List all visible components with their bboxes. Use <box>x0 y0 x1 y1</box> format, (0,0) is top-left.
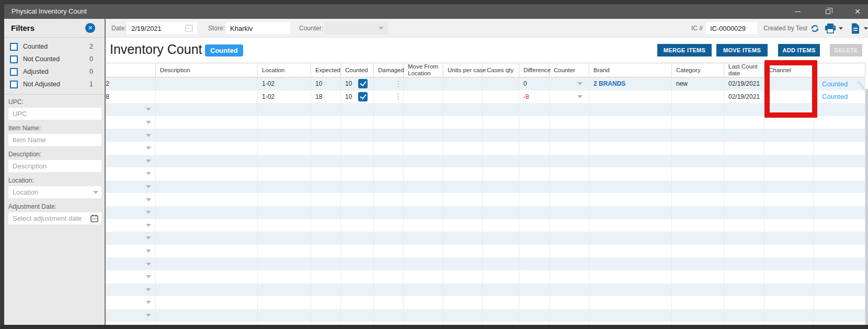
cell-brand <box>589 206 672 219</box>
print-options-caret-icon[interactable] <box>839 27 843 30</box>
chevron-down-icon[interactable] <box>146 108 151 111</box>
location-select[interactable] <box>8 186 101 198</box>
table-empty-row[interactable] <box>84 257 865 270</box>
column-header-damaged[interactable]: Damaged <box>374 63 404 77</box>
minimize-button[interactable] <box>785 4 809 19</box>
table-empty-row[interactable] <box>84 180 865 194</box>
table-empty-row[interactable] <box>84 193 865 206</box>
chevron-down-icon[interactable] <box>146 160 151 163</box>
filter-checkbox-counted[interactable]: Counted 2 <box>4 42 105 53</box>
checkbox-icon[interactable] <box>10 68 18 76</box>
ic-number-input[interactable] <box>706 22 757 35</box>
refresh-icon[interactable] <box>810 23 820 33</box>
column-header-brand[interactable]: Brand <box>589 63 672 77</box>
merge-items-button[interactable]: MERGE ITEMS <box>657 44 712 56</box>
brand-link[interactable]: 2 BRANDS <box>593 80 625 87</box>
table-empty-row[interactable] <box>84 283 865 297</box>
cell-status <box>814 180 865 194</box>
column-header-location[interactable]: Location <box>258 63 311 77</box>
cell-units <box>443 193 483 206</box>
column-header-status[interactable] <box>814 63 865 77</box>
column-header-units[interactable]: Units per case <box>443 63 483 77</box>
print-icon[interactable] <box>825 23 836 33</box>
cell-counted <box>341 167 374 180</box>
checkbox-icon[interactable] <box>10 43 18 51</box>
table-row[interactable]: 3081-021810-802/19/2021Counted <box>84 90 865 104</box>
cell-lastcount <box>724 129 764 142</box>
chevron-down-icon[interactable] <box>146 249 151 253</box>
table-empty-row[interactable] <box>84 206 865 219</box>
move-items-button[interactable]: MOVE ITEMS <box>716 44 768 56</box>
chevron-down-icon[interactable] <box>146 134 151 137</box>
table-empty-row[interactable] <box>84 129 865 142</box>
table-empty-row[interactable] <box>84 270 865 283</box>
chevron-down-icon[interactable] <box>146 224 151 227</box>
cell-damaged <box>374 296 404 309</box>
cell-channel <box>764 245 814 258</box>
chevron-down-icon[interactable] <box>146 288 151 291</box>
filter-checkbox-not-counted[interactable]: Not Counted 0 <box>4 54 105 66</box>
row-status-link[interactable]: Counted <box>822 93 848 100</box>
counted-checkbox[interactable] <box>358 79 368 88</box>
add-items-button[interactable]: ADD ITEMS <box>778 44 820 56</box>
cell-units <box>443 283 483 297</box>
column-header-category[interactable]: Category <box>672 63 724 77</box>
chevron-down-icon[interactable] <box>146 314 151 317</box>
table-empty-row[interactable] <box>84 116 865 129</box>
table-row[interactable]: 0021-02101002 BRANDSnew02/19/2021Counted <box>84 77 865 90</box>
table-empty-row[interactable] <box>84 219 865 232</box>
chevron-down-icon[interactable] <box>146 172 151 175</box>
upc-input[interactable] <box>8 108 101 120</box>
column-header-movefrom[interactable]: Move From Location <box>404 63 443 77</box>
filter-checkbox-not-adjusted[interactable]: Not Adjusted 1 <box>4 80 105 91</box>
column-header-counted[interactable]: Counted <box>341 63 374 77</box>
store-input[interactable] <box>226 22 290 35</box>
column-header-expected[interactable]: Expected <box>311 63 341 77</box>
table-empty-row[interactable] <box>84 245 865 258</box>
chevron-down-icon[interactable] <box>146 198 151 201</box>
table-empty-row[interactable] <box>84 309 865 322</box>
chevron-down-icon[interactable] <box>146 263 151 266</box>
adjustment-date-input[interactable] <box>8 212 101 224</box>
row-status-link[interactable]: Counted <box>822 80 848 88</box>
description-input[interactable] <box>8 160 101 172</box>
chevron-down-icon[interactable] <box>146 146 151 150</box>
maximize-button[interactable] <box>816 4 840 19</box>
column-header-difference[interactable]: Difference <box>519 63 550 77</box>
column-header-description[interactable]: Description <box>156 63 258 77</box>
item-name-input[interactable] <box>8 134 101 146</box>
chevron-down-icon[interactable] <box>146 301 151 304</box>
filter-checkbox-adjusted[interactable]: Adjusted 0 <box>4 67 105 78</box>
counted-checkbox[interactable] <box>358 92 368 101</box>
table-empty-row[interactable] <box>84 167 865 180</box>
table-empty-row[interactable] <box>84 232 865 245</box>
table-empty-row[interactable] <box>84 103 865 116</box>
column-header-counter[interactable]: Counter <box>550 63 589 77</box>
checkbox-icon[interactable] <box>10 81 18 88</box>
chevron-down-icon[interactable] <box>577 95 583 98</box>
table-empty-row[interactable] <box>84 155 865 168</box>
table-empty-row[interactable] <box>84 296 865 309</box>
chevron-down-icon[interactable] <box>146 121 151 124</box>
table-empty-row[interactable] <box>84 142 865 155</box>
row-menu-icon[interactable] <box>397 93 399 100</box>
export-document-icon[interactable] <box>851 23 860 33</box>
close-filters-icon[interactable]: ✕ <box>85 23 95 33</box>
cell-units <box>443 129 483 142</box>
column-header-lastcount[interactable]: Last Count date <box>724 63 764 77</box>
export-options-caret-icon[interactable] <box>864 27 868 30</box>
column-header-cases[interactable]: Cases qty <box>483 63 519 77</box>
chevron-down-icon[interactable] <box>146 236 151 240</box>
cell-expected <box>311 283 341 297</box>
cell-lastcount <box>724 283 764 297</box>
checkbox-icon[interactable] <box>10 55 18 63</box>
counter-dropdown[interactable] <box>324 22 388 35</box>
row-menu-icon[interactable] <box>397 81 399 87</box>
chevron-down-icon[interactable] <box>577 82 583 85</box>
chevron-down-icon[interactable] <box>146 211 151 214</box>
close-button[interactable]: ✕ <box>846 4 868 19</box>
chevron-down-icon[interactable] <box>146 275 151 278</box>
delete-button[interactable]: DELETE <box>830 44 862 56</box>
chevron-down-icon[interactable] <box>146 185 151 188</box>
vertical-scrollbar[interactable] <box>865 89 868 325</box>
